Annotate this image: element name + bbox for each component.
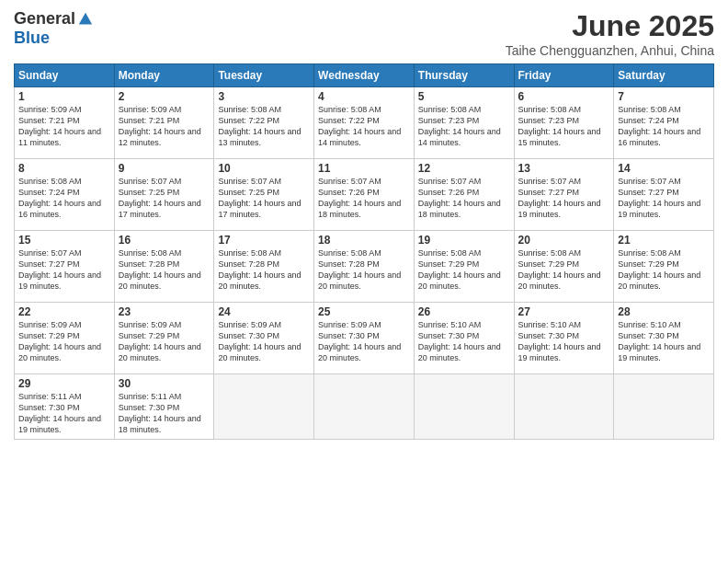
day-info: Sunrise: 5:08 AMSunset: 7:28 PMDaylight:…: [318, 247, 410, 293]
calendar-cell: 20 Sunrise: 5:08 AMSunset: 7:29 PMDaylig…: [514, 231, 614, 303]
calendar-cell: 30 Sunrise: 5:11 AMSunset: 7:30 PMDaylig…: [114, 374, 214, 440]
day-number: 18: [318, 234, 410, 247]
day-number: 23: [119, 305, 210, 318]
calendar-cell: [314, 374, 415, 440]
day-number: 25: [318, 305, 410, 318]
day-info: Sunrise: 5:09 AMSunset: 7:21 PMDaylight:…: [18, 104, 110, 149]
location-title: Taihe Chengguanzhen, Anhui, China: [506, 43, 714, 58]
col-sunday: Sunday: [15, 64, 115, 87]
day-number: 16: [119, 234, 210, 247]
calendar-cell: 23 Sunrise: 5:09 AMSunset: 7:29 PMDaylig…: [114, 303, 214, 374]
day-number: 22: [18, 305, 110, 318]
calendar-cell: 17 Sunrise: 5:08 AMSunset: 7:28 PMDaylig…: [214, 231, 314, 303]
calendar-cell: 1 Sunrise: 5:09 AMSunset: 7:21 PMDayligh…: [15, 87, 115, 159]
day-number: 30: [119, 377, 210, 390]
col-thursday: Thursday: [414, 64, 514, 87]
day-number: 15: [18, 234, 110, 247]
day-info: Sunrise: 5:09 AMSunset: 7:30 PMDaylight:…: [218, 319, 310, 364]
calendar-cell: 9 Sunrise: 5:07 AMSunset: 7:25 PMDayligh…: [114, 159, 214, 231]
day-number: 9: [119, 162, 210, 175]
calendar-cell: 29 Sunrise: 5:11 AMSunset: 7:30 PMDaylig…: [15, 374, 115, 440]
day-info: Sunrise: 5:07 AMSunset: 7:26 PMDaylight:…: [318, 176, 410, 221]
calendar-cell: 10 Sunrise: 5:07 AMSunset: 7:25 PMDaylig…: [214, 159, 314, 231]
calendar-cell: 21 Sunrise: 5:08 AMSunset: 7:29 PMDaylig…: [614, 231, 714, 303]
day-info: Sunrise: 5:08 AMSunset: 7:28 PMDaylight:…: [119, 247, 210, 293]
calendar-cell: 11 Sunrise: 5:07 AMSunset: 7:26 PMDaylig…: [314, 159, 415, 231]
header: General Blue June 2025 Taihe Chengguanzh…: [14, 9, 714, 58]
calendar-cell: 28 Sunrise: 5:10 AMSunset: 7:30 PMDaylig…: [614, 303, 714, 374]
day-info: Sunrise: 5:09 AMSunset: 7:29 PMDaylight:…: [119, 319, 210, 364]
col-friday: Friday: [514, 64, 614, 87]
calendar-header-row: Sunday Monday Tuesday Wednesday Thursday…: [15, 64, 714, 87]
page: General Blue June 2025 Taihe Chengguanzh…: [0, 0, 728, 563]
day-number: 26: [418, 305, 510, 318]
calendar-cell: [514, 374, 614, 440]
calendar-cell: 3 Sunrise: 5:08 AMSunset: 7:22 PMDayligh…: [214, 87, 314, 159]
day-number: 28: [618, 305, 710, 318]
calendar-cell: 26 Sunrise: 5:10 AMSunset: 7:30 PMDaylig…: [414, 303, 514, 374]
day-info: Sunrise: 5:08 AMSunset: 7:23 PMDaylight:…: [418, 104, 510, 149]
day-info: Sunrise: 5:07 AMSunset: 7:27 PMDaylight:…: [518, 176, 610, 221]
calendar-cell: 19 Sunrise: 5:08 AMSunset: 7:29 PMDaylig…: [414, 231, 514, 303]
day-number: 20: [518, 234, 610, 247]
day-info: Sunrise: 5:08 AMSunset: 7:24 PMDaylight:…: [618, 104, 710, 149]
day-info: Sunrise: 5:11 AMSunset: 7:30 PMDaylight:…: [119, 391, 210, 436]
day-number: 8: [18, 162, 110, 175]
day-info: Sunrise: 5:09 AMSunset: 7:21 PMDaylight:…: [119, 104, 210, 149]
calendar-cell: 22 Sunrise: 5:09 AMSunset: 7:29 PMDaylig…: [15, 303, 115, 374]
calendar-cell: 18 Sunrise: 5:08 AMSunset: 7:28 PMDaylig…: [314, 231, 415, 303]
calendar-cell: 2 Sunrise: 5:09 AMSunset: 7:21 PMDayligh…: [114, 87, 214, 159]
calendar-cell: 25 Sunrise: 5:09 AMSunset: 7:30 PMDaylig…: [314, 303, 415, 374]
calendar-cell: 14 Sunrise: 5:07 AMSunset: 7:27 PMDaylig…: [614, 159, 714, 231]
day-number: 14: [618, 162, 710, 175]
day-number: 11: [318, 162, 410, 175]
day-info: Sunrise: 5:08 AMSunset: 7:23 PMDaylight:…: [518, 104, 610, 149]
day-number: 27: [518, 305, 610, 318]
day-info: Sunrise: 5:07 AMSunset: 7:25 PMDaylight:…: [119, 176, 210, 221]
day-info: Sunrise: 5:09 AMSunset: 7:29 PMDaylight:…: [18, 319, 110, 364]
month-title: June 2025: [506, 9, 714, 43]
day-info: Sunrise: 5:07 AMSunset: 7:27 PMDaylight:…: [18, 247, 110, 293]
day-number: 13: [518, 162, 610, 175]
day-number: 19: [418, 234, 510, 247]
logo-general-text: General: [14, 9, 75, 29]
day-info: Sunrise: 5:07 AMSunset: 7:25 PMDaylight:…: [218, 176, 310, 221]
logo-blue-text: Blue: [14, 29, 50, 48]
day-number: 21: [618, 234, 710, 247]
day-info: Sunrise: 5:08 AMSunset: 7:29 PMDaylight:…: [518, 247, 610, 293]
calendar-table: Sunday Monday Tuesday Wednesday Thursday…: [14, 63, 714, 440]
logo: General Blue: [14, 9, 94, 48]
day-info: Sunrise: 5:07 AMSunset: 7:27 PMDaylight:…: [618, 176, 710, 221]
calendar-cell: 12 Sunrise: 5:07 AMSunset: 7:26 PMDaylig…: [414, 159, 514, 231]
day-number: 1: [18, 90, 110, 103]
calendar-cell: 15 Sunrise: 5:07 AMSunset: 7:27 PMDaylig…: [15, 231, 115, 303]
day-number: 6: [518, 90, 610, 103]
calendar-cell: 16 Sunrise: 5:08 AMSunset: 7:28 PMDaylig…: [114, 231, 214, 303]
calendar-cell: [614, 374, 714, 440]
day-info: Sunrise: 5:08 AMSunset: 7:22 PMDaylight:…: [218, 104, 310, 149]
day-info: Sunrise: 5:08 AMSunset: 7:29 PMDaylight:…: [618, 247, 710, 293]
logo-icon: [77, 11, 94, 28]
day-info: Sunrise: 5:08 AMSunset: 7:29 PMDaylight:…: [418, 247, 510, 293]
day-info: Sunrise: 5:09 AMSunset: 7:30 PMDaylight:…: [318, 319, 410, 364]
title-block: June 2025 Taihe Chengguanzhen, Anhui, Ch…: [506, 9, 714, 58]
day-number: 12: [418, 162, 510, 175]
day-info: Sunrise: 5:08 AMSunset: 7:24 PMDaylight:…: [18, 176, 110, 221]
col-monday: Monday: [114, 64, 214, 87]
day-info: Sunrise: 5:07 AMSunset: 7:26 PMDaylight:…: [418, 176, 510, 221]
calendar-cell: 24 Sunrise: 5:09 AMSunset: 7:30 PMDaylig…: [214, 303, 314, 374]
calendar-cell: 6 Sunrise: 5:08 AMSunset: 7:23 PMDayligh…: [514, 87, 614, 159]
day-number: 7: [618, 90, 710, 103]
col-wednesday: Wednesday: [314, 64, 415, 87]
day-number: 5: [418, 90, 510, 103]
day-number: 17: [218, 234, 310, 247]
calendar-cell: 13 Sunrise: 5:07 AMSunset: 7:27 PMDaylig…: [514, 159, 614, 231]
calendar-cell: 8 Sunrise: 5:08 AMSunset: 7:24 PMDayligh…: [15, 159, 115, 231]
day-number: 24: [218, 305, 310, 318]
day-info: Sunrise: 5:10 AMSunset: 7:30 PMDaylight:…: [618, 319, 710, 364]
day-info: Sunrise: 5:10 AMSunset: 7:30 PMDaylight:…: [518, 319, 610, 364]
svg-marker-0: [79, 12, 92, 24]
col-saturday: Saturday: [614, 64, 714, 87]
day-number: 10: [218, 162, 310, 175]
col-tuesday: Tuesday: [214, 64, 314, 87]
